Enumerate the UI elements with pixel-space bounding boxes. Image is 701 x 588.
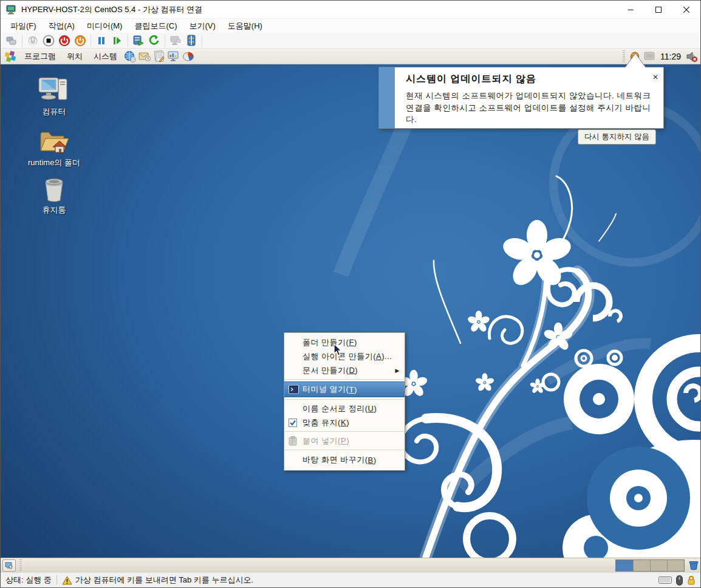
start-icon bbox=[27, 35, 38, 46]
menu-item-keep-aligned[interactable]: 맞춤 유지(K) bbox=[284, 415, 405, 429]
save-button[interactable] bbox=[72, 33, 88, 48]
workspace-4[interactable] bbox=[667, 560, 684, 571]
menu-file[interactable]: 파일(F) bbox=[4, 19, 43, 33]
shut-down-button[interactable] bbox=[56, 33, 72, 48]
toolbar bbox=[1, 33, 700, 49]
revert-button[interactable] bbox=[146, 33, 162, 48]
menu-item-create-folder[interactable]: 폴더 만들기(F) bbox=[284, 335, 405, 349]
checkpoint-button[interactable] bbox=[131, 33, 146, 48]
warning-icon bbox=[62, 576, 72, 585]
lock-status-icon bbox=[687, 575, 696, 585]
trash-applet-icon bbox=[689, 560, 699, 570]
menu-separator bbox=[285, 379, 404, 380]
toolbar-separator bbox=[22, 35, 22, 47]
start-button[interactable] bbox=[25, 33, 41, 48]
show-desktop-button[interactable] bbox=[2, 559, 16, 572]
gnome-menu-places[interactable]: 위치 bbox=[61, 49, 88, 64]
gnome-menu-system[interactable]: 시스템 bbox=[88, 49, 123, 64]
launcher-impress[interactable] bbox=[166, 50, 181, 63]
menu-action[interactable]: 작업(A) bbox=[43, 19, 81, 33]
paste-icon bbox=[289, 436, 297, 446]
workspace-1[interactable] bbox=[616, 560, 633, 571]
desktop-icon-home-folder[interactable]: runtime의 폴더 bbox=[27, 128, 81, 168]
status-separator bbox=[56, 575, 57, 585]
share-icon bbox=[169, 35, 182, 46]
vmconnect-app-icon bbox=[6, 5, 16, 15]
turn-off-button[interactable] bbox=[41, 33, 56, 48]
menu-item-change-background[interactable]: 바탕 화면 바꾸기(B) bbox=[284, 452, 405, 468]
menu-media[interactable]: 미디어(M) bbox=[81, 19, 129, 33]
menu-separator bbox=[285, 399, 404, 400]
menu-item-create-document[interactable]: 문서 만들기(D) ▶ bbox=[284, 363, 405, 377]
ctrl-alt-del-button[interactable] bbox=[4, 33, 19, 48]
balloon-pointer bbox=[617, 51, 646, 67]
menu-item-clean-up[interactable]: 이름 순서로 정리(U) bbox=[284, 402, 405, 415]
notification-body: 현재 시스템의 소프트웨어가 업데이트되지 않았습니다. 네트워크 연결을 확인… bbox=[406, 90, 656, 126]
menu-item-create-launcher[interactable]: 실행 아이콘 만들기(A)... bbox=[284, 349, 405, 363]
desktop-icon-trash[interactable]: 휴지통 bbox=[27, 176, 81, 216]
trash-icon bbox=[41, 176, 67, 203]
workspace-3[interactable] bbox=[650, 560, 667, 571]
pause-button[interactable] bbox=[94, 33, 109, 48]
launcher-web-browser[interactable] bbox=[123, 50, 137, 63]
dismiss-button[interactable]: 다시 통지하지 않음 bbox=[578, 129, 656, 145]
menu-view[interactable]: 보기(V) bbox=[183, 19, 222, 33]
launcher-calc[interactable] bbox=[181, 50, 196, 63]
menu-item-paste[interactable]: 붙여 넣기(P) bbox=[284, 434, 405, 448]
panel-handle bbox=[18, 559, 23, 572]
launcher-email[interactable] bbox=[137, 50, 152, 63]
desktop-icon-label: 컴퓨터 bbox=[27, 106, 81, 117]
submenu-arrow-icon: ▶ bbox=[395, 368, 400, 374]
workspace-2[interactable] bbox=[633, 560, 650, 571]
menu-clipboard[interactable]: 클립보드(C) bbox=[128, 19, 183, 33]
turn-off-icon bbox=[43, 35, 55, 47]
trash-applet[interactable] bbox=[688, 559, 700, 572]
volume-muted-icon bbox=[686, 50, 698, 63]
menu-item-open-terminal[interactable]: 터미널 열기(T) bbox=[284, 381, 405, 397]
impress-icon bbox=[168, 51, 180, 62]
menu-separator bbox=[285, 431, 404, 432]
close-icon bbox=[683, 7, 689, 13]
reset-button[interactable] bbox=[109, 33, 125, 48]
menubar: 파일(F) 작업(A) 미디어(M) 클립보드(C) 보기(V) 도움말(H) bbox=[1, 19, 700, 33]
toolbar-separator bbox=[128, 35, 128, 47]
notification-close-icon[interactable]: ✕ bbox=[652, 74, 658, 81]
menu-help[interactable]: 도움말(H) bbox=[222, 19, 268, 33]
menu-separator bbox=[285, 450, 404, 450]
pause-icon bbox=[97, 36, 106, 46]
update-notification: 시스템이 업데이트되지 않음 ✕ 현재 시스템의 소프트웨어가 업데이트되지 않… bbox=[378, 67, 664, 129]
tray-volume-icon[interactable] bbox=[685, 50, 699, 63]
ctrl-alt-del-icon bbox=[6, 36, 17, 46]
gnome-top-panel: 프로그램 위치 시스템 bbox=[1, 49, 700, 64]
notification-stripe bbox=[379, 67, 395, 128]
launcher-writer[interactable] bbox=[152, 50, 166, 63]
panel-clock[interactable]: 11:29 bbox=[657, 52, 685, 61]
mouse-status-icon bbox=[676, 575, 683, 586]
enhanced-session-button[interactable] bbox=[183, 33, 199, 48]
reset-icon bbox=[112, 36, 122, 46]
checkbox-checked-icon bbox=[289, 419, 297, 427]
maximize-icon bbox=[655, 7, 662, 13]
email-icon bbox=[138, 52, 151, 61]
gnome-bottom-panel bbox=[1, 558, 700, 572]
share-button[interactable] bbox=[168, 33, 183, 48]
statusbar: 상태: 실행 중 가상 컴퓨터에 키를 보내려면 Tab 키를 누르십시오. bbox=[1, 572, 700, 587]
desktop-icon-label: runtime의 폴더 bbox=[27, 157, 81, 168]
minimize-button[interactable]: ─ bbox=[617, 1, 645, 18]
centos-logo-icon[interactable] bbox=[4, 50, 16, 63]
vm-status-text: 상태: 실행 중 bbox=[5, 575, 52, 586]
maximize-button[interactable] bbox=[645, 1, 672, 18]
status-hint-text: 가상 컴퓨터에 키를 보내려면 Tab 키를 누르십시오. bbox=[75, 575, 253, 586]
gnome-menu-applications[interactable]: 프로그램 bbox=[19, 49, 61, 64]
desktop-context-menu: 폴더 만들기(F) 실행 아이콘 만들기(A)... 문서 만들기(D) ▶ bbox=[284, 332, 405, 471]
revert-icon bbox=[149, 35, 160, 46]
titlebar[interactable]: HYPERV-HOST-2의 CentOS 5.4 - 가상 컴퓨터 연결 ─ bbox=[1, 1, 700, 19]
vm-display: 프로그램 위치 시스템 bbox=[1, 49, 700, 572]
vm-connection-window: HYPERV-HOST-2의 CentOS 5.4 - 가상 컴퓨터 연결 ─ … bbox=[0, 0, 701, 588]
desktop-icon-computer[interactable]: 컴퓨터 bbox=[27, 77, 81, 117]
close-button[interactable] bbox=[672, 1, 700, 18]
terminal-icon bbox=[289, 385, 299, 394]
shut-down-icon bbox=[58, 35, 70, 47]
toolbar-separator bbox=[202, 35, 202, 47]
keyboard-status-icon bbox=[658, 576, 672, 584]
